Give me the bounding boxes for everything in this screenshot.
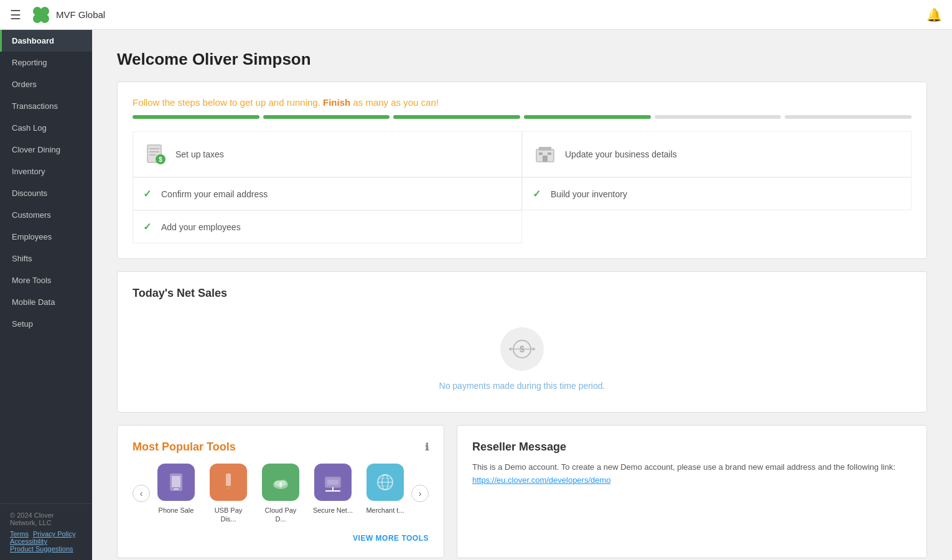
- taxes-icon: $: [144, 143, 167, 166]
- phone-sale-icon: [157, 464, 195, 501]
- sidebar-item-customers[interactable]: Customers: [0, 204, 92, 226]
- popular-tools-card: Most Popular Tools ℹ ‹: [117, 425, 444, 558]
- sidebar-item-dashboard[interactable]: Dashboard: [0, 30, 92, 52]
- sidebar-item-orders[interactable]: Orders: [0, 73, 92, 95]
- sidebar-item-setup[interactable]: Setup: [0, 313, 92, 335]
- tools-items: Phone Sale USB Pay Dis...: [155, 464, 406, 524]
- copyright-text: © 2024 Clover Network, LLC: [10, 511, 82, 526]
- reseller-body: This is a Demo account. To create a new …: [472, 461, 912, 487]
- view-more-tools-button[interactable]: VIEW MORE TOOLS: [133, 534, 429, 543]
- onboarding-card: Follow the steps below to get up and run…: [117, 82, 927, 259]
- net-sales-title: Today's Net Sales: [133, 287, 912, 300]
- reseller-card: Reseller Message This is a Demo account.…: [457, 425, 927, 558]
- tool-merchant[interactable]: Merchant t...: [364, 464, 406, 524]
- main-content: Welcome Oliver Simpson Follow the steps …: [92, 30, 952, 560]
- cloud-pay-icon: $: [262, 464, 299, 501]
- bottom-row: Most Popular Tools ℹ ‹: [117, 425, 927, 560]
- tools-next-button[interactable]: ›: [411, 485, 429, 502]
- taxes-label: Set up taxes: [175, 149, 224, 159]
- privacy-link[interactable]: Privacy Policy: [33, 530, 75, 538]
- steps-grid: $ Set up taxes: [133, 131, 912, 243]
- finish-emphasis: Finish: [323, 97, 350, 108]
- sidebar-item-shifts[interactable]: Shifts: [0, 248, 92, 269]
- svg-text:$: $: [520, 344, 525, 354]
- sidebar-item-employees[interactable]: Employees: [0, 226, 92, 248]
- no-payments-text: No payments made during this time period…: [439, 381, 605, 391]
- tool-secure-net[interactable]: Secure Net...: [312, 464, 354, 524]
- step-taxes[interactable]: $ Set up taxes: [133, 131, 522, 177]
- svg-rect-12: [539, 147, 551, 151]
- sidebar-item-more-tools[interactable]: More Tools: [0, 269, 92, 291]
- sidebar-item-reporting[interactable]: Reporting: [0, 52, 92, 73]
- reseller-link[interactable]: https://eu.clover.com/developers/demo: [472, 475, 611, 485]
- svg-text:$: $: [279, 482, 282, 488]
- sidebar-item-clover-dining[interactable]: Clover Dining: [0, 139, 92, 161]
- secure-net-icon: [314, 464, 352, 501]
- merchant-icon: [366, 464, 404, 501]
- svg-point-26: [226, 487, 230, 490]
- usb-pay-icon: [210, 464, 247, 501]
- inventory-label: Build your inventory: [551, 189, 627, 199]
- svg-marker-18: [533, 347, 536, 351]
- svg-rect-13: [539, 152, 543, 155]
- svg-text:$: $: [159, 156, 162, 163]
- tool-phone-sale[interactable]: Phone Sale: [155, 464, 197, 524]
- step-email[interactable]: ✓ Confirm your email address: [133, 177, 522, 210]
- cloud-pay-label: Cloud Pay D...: [259, 506, 302, 524]
- secure-net-svg: [322, 471, 344, 493]
- taxes-icon-wrap: $: [143, 142, 168, 167]
- email-check-icon: ✓: [143, 188, 151, 200]
- tools-title-row: Most Popular Tools ℹ: [133, 441, 429, 454]
- merchant-svg: [374, 471, 396, 493]
- cloud-pay-svg: $: [269, 471, 292, 493]
- money-icon: $: [506, 334, 538, 365]
- topbar: ☰ MVF Global 🔔: [0, 0, 952, 30]
- welcome-title: Welcome Oliver Simpson: [117, 50, 927, 69]
- step-employees[interactable]: ✓ Add your employees: [133, 210, 522, 243]
- sidebar-item-mobile-data[interactable]: Mobile Data: [0, 291, 92, 313]
- step-inventory[interactable]: ✓ Build your inventory: [522, 177, 912, 210]
- svg-rect-32: [327, 480, 338, 485]
- step-empty: [522, 210, 912, 243]
- clover-logo-icon: [31, 5, 51, 25]
- reseller-body-text: This is a Demo account. To create a new …: [472, 462, 895, 472]
- net-sales-card: Today's Net Sales $ No payments made dur…: [117, 271, 927, 413]
- layout: Dashboard Reporting Orders Transactions …: [0, 30, 952, 560]
- merchant-label: Merchant t...: [366, 506, 404, 515]
- tool-usb-pay[interactable]: USB Pay Dis...: [207, 464, 250, 524]
- terms-link[interactable]: Terms: [10, 530, 29, 538]
- sidebar: Dashboard Reporting Orders Transactions …: [0, 30, 92, 560]
- svg-rect-23: [174, 488, 179, 490]
- svg-point-4: [38, 12, 44, 18]
- usb-pay-label: USB Pay Dis...: [207, 506, 250, 524]
- product-suggestions-link[interactable]: Product Suggestions: [10, 545, 73, 553]
- progress-bar-4: [524, 115, 651, 119]
- sidebar-item-inventory[interactable]: Inventory: [0, 161, 92, 182]
- logo-area: MVF Global: [31, 5, 105, 25]
- progress-bar-5: [655, 115, 782, 119]
- net-sales-empty: $ No payments made during this time peri…: [133, 315, 912, 397]
- topbar-right: 🔔: [926, 7, 942, 22]
- secure-net-label: Secure Net...: [313, 506, 353, 515]
- svg-rect-7: [149, 151, 159, 152]
- tools-title-text: Most Popular Tools: [133, 441, 236, 454]
- employees-check-icon: ✓: [143, 221, 151, 233]
- notification-bell-icon[interactable]: 🔔: [926, 8, 942, 22]
- svg-marker-17: [508, 347, 511, 351]
- employees-label: Add your employees: [161, 222, 241, 232]
- svg-rect-8: [149, 154, 156, 156]
- sidebar-item-cash-log[interactable]: Cash Log: [0, 117, 92, 139]
- hamburger-icon[interactable]: ☰: [10, 7, 21, 22]
- phone-sale-label: Phone Sale: [159, 506, 194, 515]
- progress-bar-2: [263, 115, 390, 119]
- sidebar-item-transactions[interactable]: Transactions: [0, 95, 92, 117]
- step-business[interactable]: Update your business details: [522, 131, 912, 177]
- progress-bar-1: [133, 115, 259, 119]
- tools-info-icon[interactable]: ℹ: [425, 441, 429, 453]
- tools-prev-button[interactable]: ‹: [133, 485, 150, 502]
- tool-cloud-pay[interactable]: $ Cloud Pay D...: [259, 464, 302, 524]
- svg-rect-24: [226, 474, 231, 486]
- accessibility-link[interactable]: Accessibility: [10, 538, 47, 545]
- usb-pay-svg: [217, 471, 240, 493]
- sidebar-item-discounts[interactable]: Discounts: [0, 182, 92, 204]
